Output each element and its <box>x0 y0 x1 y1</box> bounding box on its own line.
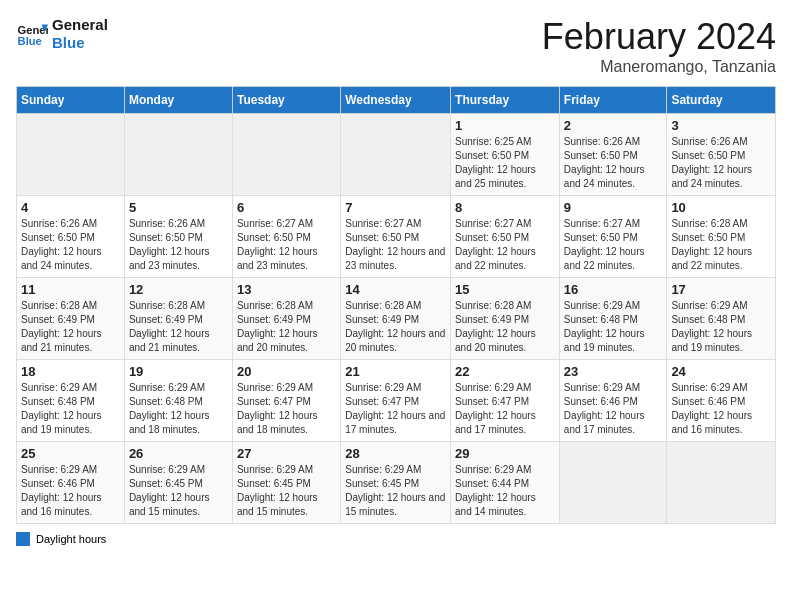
week-row-3: 11Sunrise: 6:28 AMSunset: 6:49 PMDayligh… <box>17 278 776 360</box>
logo-blue: Blue <box>52 34 108 52</box>
day-info: Sunrise: 6:28 AMSunset: 6:49 PMDaylight:… <box>21 299 120 355</box>
day-header-sunday: Sunday <box>17 87 125 114</box>
day-cell: 14Sunrise: 6:28 AMSunset: 6:49 PMDayligh… <box>341 278 451 360</box>
day-cell: 6Sunrise: 6:27 AMSunset: 6:50 PMDaylight… <box>232 196 340 278</box>
day-number: 12 <box>129 282 228 297</box>
legend-box <box>16 532 30 546</box>
day-number: 3 <box>671 118 771 133</box>
day-number: 17 <box>671 282 771 297</box>
day-info: Sunrise: 6:28 AMSunset: 6:50 PMDaylight:… <box>671 217 771 273</box>
day-number: 21 <box>345 364 446 379</box>
week-row-2: 4Sunrise: 6:26 AMSunset: 6:50 PMDaylight… <box>17 196 776 278</box>
day-info: Sunrise: 6:29 AMSunset: 6:48 PMDaylight:… <box>671 299 771 355</box>
day-cell: 13Sunrise: 6:28 AMSunset: 6:49 PMDayligh… <box>232 278 340 360</box>
day-info: Sunrise: 6:28 AMSunset: 6:49 PMDaylight:… <box>345 299 446 355</box>
day-info: Sunrise: 6:26 AMSunset: 6:50 PMDaylight:… <box>671 135 771 191</box>
day-number: 1 <box>455 118 555 133</box>
day-cell: 7Sunrise: 6:27 AMSunset: 6:50 PMDaylight… <box>341 196 451 278</box>
day-info: Sunrise: 6:29 AMSunset: 6:48 PMDaylight:… <box>129 381 228 437</box>
day-number: 29 <box>455 446 555 461</box>
day-number: 5 <box>129 200 228 215</box>
day-info: Sunrise: 6:26 AMSunset: 6:50 PMDaylight:… <box>21 217 120 273</box>
day-info: Sunrise: 6:27 AMSunset: 6:50 PMDaylight:… <box>564 217 663 273</box>
day-number: 9 <box>564 200 663 215</box>
day-number: 24 <box>671 364 771 379</box>
day-cell: 5Sunrise: 6:26 AMSunset: 6:50 PMDaylight… <box>124 196 232 278</box>
day-info: Sunrise: 6:28 AMSunset: 6:49 PMDaylight:… <box>129 299 228 355</box>
day-cell: 16Sunrise: 6:29 AMSunset: 6:48 PMDayligh… <box>559 278 667 360</box>
svg-text:Blue: Blue <box>18 35 42 47</box>
logo: General Blue General Blue <box>16 16 108 52</box>
day-info: Sunrise: 6:29 AMSunset: 6:45 PMDaylight:… <box>345 463 446 519</box>
day-info: Sunrise: 6:27 AMSunset: 6:50 PMDaylight:… <box>237 217 336 273</box>
week-row-4: 18Sunrise: 6:29 AMSunset: 6:48 PMDayligh… <box>17 360 776 442</box>
day-cell: 29Sunrise: 6:29 AMSunset: 6:44 PMDayligh… <box>451 442 560 524</box>
day-number: 4 <box>21 200 120 215</box>
day-info: Sunrise: 6:28 AMSunset: 6:49 PMDaylight:… <box>237 299 336 355</box>
day-number: 15 <box>455 282 555 297</box>
day-info: Sunrise: 6:29 AMSunset: 6:47 PMDaylight:… <box>345 381 446 437</box>
day-header-tuesday: Tuesday <box>232 87 340 114</box>
day-cell: 11Sunrise: 6:28 AMSunset: 6:49 PMDayligh… <box>17 278 125 360</box>
day-cell: 20Sunrise: 6:29 AMSunset: 6:47 PMDayligh… <box>232 360 340 442</box>
day-cell: 25Sunrise: 6:29 AMSunset: 6:46 PMDayligh… <box>17 442 125 524</box>
day-cell <box>232 114 340 196</box>
logo-general: General <box>52 16 108 34</box>
day-cell: 27Sunrise: 6:29 AMSunset: 6:45 PMDayligh… <box>232 442 340 524</box>
day-cell: 9Sunrise: 6:27 AMSunset: 6:50 PMDaylight… <box>559 196 667 278</box>
day-cell <box>341 114 451 196</box>
day-info: Sunrise: 6:28 AMSunset: 6:49 PMDaylight:… <box>455 299 555 355</box>
day-number: 22 <box>455 364 555 379</box>
day-cell: 21Sunrise: 6:29 AMSunset: 6:47 PMDayligh… <box>341 360 451 442</box>
day-info: Sunrise: 6:29 AMSunset: 6:45 PMDaylight:… <box>237 463 336 519</box>
day-info: Sunrise: 6:29 AMSunset: 6:46 PMDaylight:… <box>564 381 663 437</box>
day-cell <box>667 442 776 524</box>
day-header-thursday: Thursday <box>451 87 560 114</box>
day-header-friday: Friday <box>559 87 667 114</box>
day-cell: 2Sunrise: 6:26 AMSunset: 6:50 PMDaylight… <box>559 114 667 196</box>
day-info: Sunrise: 6:26 AMSunset: 6:50 PMDaylight:… <box>564 135 663 191</box>
day-number: 2 <box>564 118 663 133</box>
legend: Daylight hours <box>16 532 776 546</box>
day-number: 11 <box>21 282 120 297</box>
day-number: 13 <box>237 282 336 297</box>
day-cell: 26Sunrise: 6:29 AMSunset: 6:45 PMDayligh… <box>124 442 232 524</box>
day-cell: 18Sunrise: 6:29 AMSunset: 6:48 PMDayligh… <box>17 360 125 442</box>
day-number: 18 <box>21 364 120 379</box>
day-cell: 15Sunrise: 6:28 AMSunset: 6:49 PMDayligh… <box>451 278 560 360</box>
day-cell: 22Sunrise: 6:29 AMSunset: 6:47 PMDayligh… <box>451 360 560 442</box>
week-row-1: 1Sunrise: 6:25 AMSunset: 6:50 PMDaylight… <box>17 114 776 196</box>
day-number: 20 <box>237 364 336 379</box>
day-cell: 12Sunrise: 6:28 AMSunset: 6:49 PMDayligh… <box>124 278 232 360</box>
day-cell: 3Sunrise: 6:26 AMSunset: 6:50 PMDaylight… <box>667 114 776 196</box>
day-info: Sunrise: 6:27 AMSunset: 6:50 PMDaylight:… <box>345 217 446 273</box>
day-info: Sunrise: 6:29 AMSunset: 6:48 PMDaylight:… <box>564 299 663 355</box>
day-info: Sunrise: 6:29 AMSunset: 6:46 PMDaylight:… <box>21 463 120 519</box>
day-number: 8 <box>455 200 555 215</box>
day-number: 19 <box>129 364 228 379</box>
day-header-row: SundayMondayTuesdayWednesdayThursdayFrid… <box>17 87 776 114</box>
day-cell: 10Sunrise: 6:28 AMSunset: 6:50 PMDayligh… <box>667 196 776 278</box>
day-info: Sunrise: 6:29 AMSunset: 6:44 PMDaylight:… <box>455 463 555 519</box>
day-cell: 24Sunrise: 6:29 AMSunset: 6:46 PMDayligh… <box>667 360 776 442</box>
day-number: 16 <box>564 282 663 297</box>
day-cell: 4Sunrise: 6:26 AMSunset: 6:50 PMDaylight… <box>17 196 125 278</box>
day-cell: 8Sunrise: 6:27 AMSunset: 6:50 PMDaylight… <box>451 196 560 278</box>
day-number: 6 <box>237 200 336 215</box>
legend-label: Daylight hours <box>36 533 106 545</box>
day-header-monday: Monday <box>124 87 232 114</box>
day-number: 25 <box>21 446 120 461</box>
day-info: Sunrise: 6:25 AMSunset: 6:50 PMDaylight:… <box>455 135 555 191</box>
day-cell: 17Sunrise: 6:29 AMSunset: 6:48 PMDayligh… <box>667 278 776 360</box>
day-cell <box>17 114 125 196</box>
day-cell: 28Sunrise: 6:29 AMSunset: 6:45 PMDayligh… <box>341 442 451 524</box>
day-cell: 23Sunrise: 6:29 AMSunset: 6:46 PMDayligh… <box>559 360 667 442</box>
day-number: 7 <box>345 200 446 215</box>
day-number: 23 <box>564 364 663 379</box>
day-info: Sunrise: 6:26 AMSunset: 6:50 PMDaylight:… <box>129 217 228 273</box>
day-number: 14 <box>345 282 446 297</box>
day-header-saturday: Saturday <box>667 87 776 114</box>
subtitle: Maneromango, Tanzania <box>542 58 776 76</box>
header: General Blue General Blue February 2024 … <box>16 16 776 76</box>
day-number: 28 <box>345 446 446 461</box>
